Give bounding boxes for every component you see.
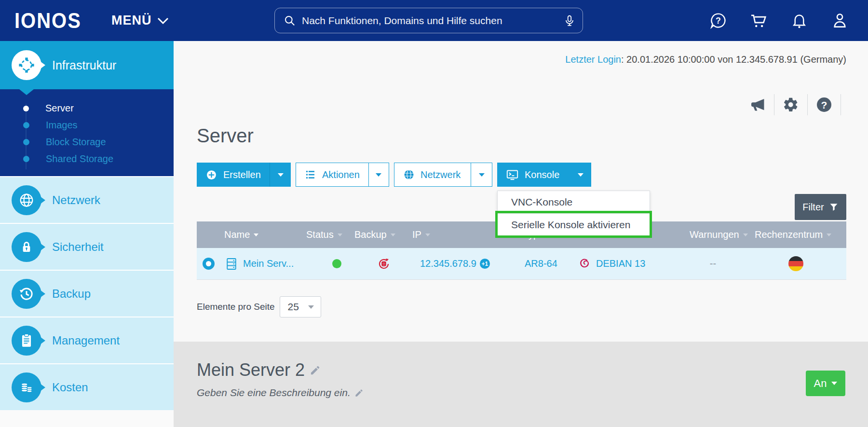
server-name-cell: Mein Serv... xyxy=(220,256,302,272)
top-navigation-bar: IONOS MENÜ ? xyxy=(0,0,868,41)
server-table-row[interactable]: Mein Serv... 12.345.678.9 +1 AR8-64 DEBI… xyxy=(197,248,846,280)
os-cell: DEBIAN 13 xyxy=(570,257,680,270)
server-detail-title: Mein Server 2 xyxy=(197,360,305,380)
ip-cell: 12.345.678.9 +1 xyxy=(403,258,514,269)
datacenter-cell xyxy=(746,256,846,271)
main-content: Letzter Login: 20.01.2026 10:00:00 von 1… xyxy=(174,41,868,427)
button-label: Netzwerk xyxy=(420,169,461,180)
sort-icon xyxy=(254,234,258,236)
sidebar-item-block-storage[interactable]: Block Storage xyxy=(0,134,174,151)
microphone-icon[interactable] xyxy=(563,14,576,28)
search-input[interactable] xyxy=(302,15,563,27)
announcements-megaphone-icon[interactable] xyxy=(746,94,769,115)
backup-cell xyxy=(350,257,403,271)
settings-gear-icon[interactable] xyxy=(780,94,802,115)
edit-description-pencil-icon[interactable] xyxy=(354,388,364,398)
create-button[interactable]: Erstellen xyxy=(197,163,291,187)
ionos-logo[interactable]: IONOS xyxy=(14,8,81,32)
account-user-icon[interactable] xyxy=(830,12,849,30)
actions-button[interactable]: Aktionen xyxy=(296,163,389,187)
sidebar-section-management[interactable]: Management xyxy=(0,317,174,363)
button-label: Konsole xyxy=(525,169,559,180)
column-header-name[interactable]: Name xyxy=(220,229,302,240)
chevron-down-icon xyxy=(308,305,314,309)
divider xyxy=(841,94,841,115)
chevron-down-icon xyxy=(157,17,169,25)
network-dropdown-arrow[interactable] xyxy=(471,163,492,186)
last-login-link[interactable]: Letzter Login xyxy=(565,54,621,65)
sort-icon xyxy=(338,234,342,236)
sidebar-section-infrastruktur[interactable]: Infrastruktur xyxy=(0,41,174,89)
help-chat-icon[interactable]: ? xyxy=(709,12,727,30)
filter-button[interactable]: Filter xyxy=(795,194,846,220)
topbar-icon-group: ? xyxy=(709,0,849,41)
column-label: Status xyxy=(306,229,334,240)
notifications-bell-icon[interactable] xyxy=(790,12,808,30)
server-name-link[interactable]: Mein Serv... xyxy=(243,258,294,269)
actions-dropdown-arrow[interactable] xyxy=(368,163,389,186)
svg-text:?: ? xyxy=(716,16,721,26)
server-description-placeholder: Geben Sie eine Beschreibung ein. xyxy=(197,387,351,399)
help-question-icon[interactable]: ? xyxy=(813,94,835,115)
column-header-warnungen[interactable]: Warnungen xyxy=(680,229,746,240)
filter-funnel-icon xyxy=(829,202,839,212)
sidebar-item-shared-storage[interactable]: Shared Storage xyxy=(0,151,174,167)
column-header-status[interactable]: Status xyxy=(302,229,350,240)
create-dropdown-arrow[interactable] xyxy=(270,163,291,187)
security-lock-icon xyxy=(12,232,41,262)
infrastructure-submenu: Server Images Block Storage Shared Stora… xyxy=(0,89,174,176)
network-icon xyxy=(12,185,41,215)
sidebar-item-label: Shared Storage xyxy=(46,153,113,165)
sidebar-section-kosten[interactable]: Kosten xyxy=(0,363,174,410)
sidebar-section-backup[interactable]: Backup xyxy=(0,270,174,317)
menu-label: MENÜ xyxy=(111,13,152,28)
pagination-row: Elemente pro Seite 25 xyxy=(197,296,846,317)
cart-icon[interactable] xyxy=(749,12,768,30)
sort-icon xyxy=(391,234,395,236)
column-label: Name xyxy=(224,229,250,240)
search-box[interactable] xyxy=(274,8,583,33)
sidebar: Infrastruktur Server Images Block Storag… xyxy=(0,41,174,427)
power-state-button[interactable]: An xyxy=(806,371,845,396)
infrastructure-icon xyxy=(12,50,41,80)
ip-address-link[interactable]: 12.345.678.9 xyxy=(420,258,476,269)
additional-ip-badge[interactable]: +1 xyxy=(480,259,490,269)
sidebar-section-sicherheit[interactable]: Sicherheit xyxy=(0,223,174,270)
column-label: IP xyxy=(412,229,421,240)
last-login-line: Letzter Login: 20.01.2026 10:00:00 von 1… xyxy=(197,41,846,65)
server-type-text: AR8-64 xyxy=(525,258,557,269)
sidebar-section-label: Management xyxy=(52,334,120,347)
sidebar-section-label: Kosten xyxy=(52,381,88,394)
type-cell: AR8-64 xyxy=(514,258,570,269)
column-header-rechenzentrum[interactable]: Rechenzentrum xyxy=(746,229,846,240)
menu-item-serielle-konsole-aktivieren[interactable]: Serielle Konsole aktivieren xyxy=(498,213,650,235)
sidebar-item-label: Images xyxy=(46,120,78,131)
filter-label: Filter xyxy=(802,202,824,213)
console-dropdown-arrow[interactable] xyxy=(570,163,591,187)
column-label: Rechenzentrum xyxy=(755,229,823,240)
globe-icon xyxy=(403,169,415,180)
warnings-value: -- xyxy=(710,258,716,269)
menu-toggle[interactable]: MENÜ xyxy=(111,13,169,28)
status-cell xyxy=(302,259,350,268)
germany-flag-icon xyxy=(788,256,803,271)
sidebar-item-images[interactable]: Images xyxy=(0,117,174,134)
server-rack-icon xyxy=(224,256,239,272)
backup-restore-icon[interactable] xyxy=(377,257,391,271)
network-button[interactable]: Netzwerk xyxy=(394,163,492,187)
edit-name-pencil-icon[interactable] xyxy=(310,365,321,376)
sort-icon xyxy=(827,234,831,236)
console-button[interactable]: Konsole VNC-Konsole Serielle Konsole akt… xyxy=(497,163,591,187)
os-name-link[interactable]: DEBIAN 13 xyxy=(596,258,645,269)
sidebar-footer xyxy=(0,410,174,427)
sidebar-section-label: Sicherheit xyxy=(52,240,104,254)
sidebar-item-label: Block Storage xyxy=(46,137,106,148)
items-per-page-select[interactable]: 25 xyxy=(280,296,321,317)
radio-selected-icon[interactable] xyxy=(203,258,215,270)
menu-item-vnc-konsole[interactable]: VNC-Konsole xyxy=(498,191,650,213)
column-header-backup[interactable]: Backup xyxy=(350,229,403,240)
sidebar-section-netzwerk[interactable]: Netzwerk xyxy=(0,176,174,223)
sidebar-item-server[interactable]: Server xyxy=(0,100,174,117)
sidebar-item-label: Server xyxy=(45,103,74,114)
bullet-icon xyxy=(23,156,29,162)
